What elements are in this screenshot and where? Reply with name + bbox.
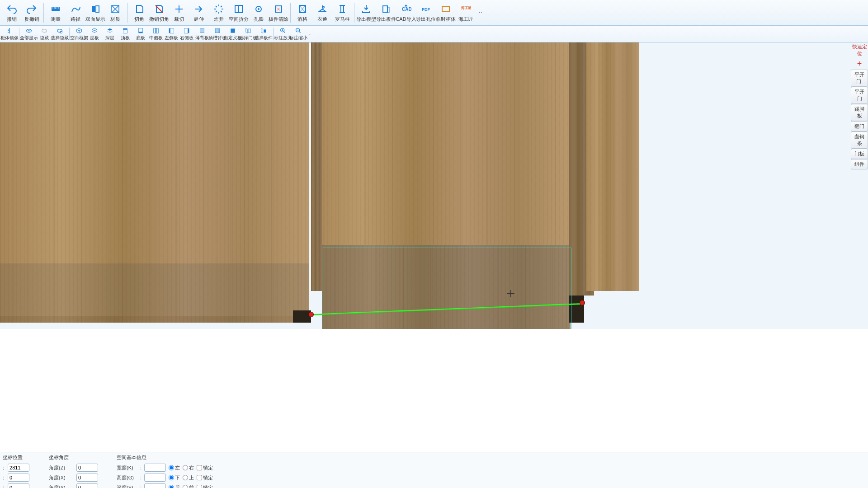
seldoor-button[interactable]: 选择门板 — [241, 26, 256, 42]
eye-icon — [25, 27, 33, 35]
svg-rect-22 — [138, 28, 142, 32]
material-button[interactable]: 材质 — [105, 0, 125, 25]
explode-icon — [213, 3, 225, 15]
side-item-0[interactable]: 平开门- — [851, 70, 868, 87]
zoomin-button[interactable]: 标注放大 — [275, 26, 291, 42]
redo-button[interactable]: 反撤销 — [22, 0, 42, 25]
cut-icon — [173, 3, 185, 15]
svg-rect-33 — [248, 29, 250, 33]
svg-rect-12 — [442, 6, 449, 12]
hide-button[interactable]: 隐藏 — [37, 26, 52, 42]
side-item-2[interactable]: 踢脚板 — [851, 104, 868, 121]
path-button[interactable]: 路径 — [66, 0, 85, 25]
panelconn-button[interactable]: 板件清除 — [269, 0, 288, 25]
thinback-button[interactable]: 薄背板 — [194, 26, 210, 42]
measure-button[interactable]: 测量 — [46, 0, 66, 25]
layer-button[interactable]: 层板 — [87, 26, 102, 42]
chamfer-icon — [133, 3, 145, 15]
zoomout-button[interactable]: 标注缩小 — [291, 26, 306, 42]
slotb-icon — [213, 27, 222, 35]
dualview-button[interactable]: 双面显示 — [85, 0, 105, 25]
wardrobe-button[interactable]: 衣通 — [312, 0, 332, 25]
midside-button[interactable]: 中侧板 — [148, 26, 164, 42]
slotback-button[interactable]: 插槽背板 — [210, 26, 225, 42]
svg-rect-34 — [264, 29, 266, 33]
side-item-6[interactable]: 组件 — [851, 159, 868, 169]
ruler-icon — [50, 3, 61, 15]
svg-text:PDF: PDF — [422, 7, 430, 12]
svg-text:海工匠: 海工匠 — [461, 6, 471, 10]
clear-icon — [273, 3, 284, 15]
cursor-crosshair — [507, 290, 514, 297]
exportmodel-button[interactable]: 导出模型 — [356, 0, 376, 25]
side-item-5[interactable]: 门板 — [851, 149, 868, 159]
svg-point-15 — [28, 30, 30, 32]
undo-button[interactable]: 撤销 — [2, 0, 22, 25]
winecab-button[interactable]: 酒格 — [292, 0, 312, 25]
export-icon — [360, 3, 372, 15]
rside-icon — [183, 27, 191, 35]
custom-icon — [229, 27, 237, 35]
side-item-1[interactable]: 平开门 — [851, 87, 868, 104]
path-icon — [70, 3, 81, 15]
romancol-button[interactable]: 罗马柱 — [332, 0, 352, 25]
undochamfer-button[interactable]: 撤销切角 — [149, 0, 169, 25]
svg-rect-25 — [169, 28, 170, 33]
texture-icon — [109, 3, 121, 15]
exporthole-button[interactable]: PDF导出孔位 — [416, 0, 436, 25]
dlayer-icon — [106, 27, 114, 35]
svg-rect-26 — [170, 28, 174, 33]
hole-button[interactable]: 孔膨 — [249, 0, 269, 25]
custpanel-button[interactable]: 自定义板 — [225, 26, 241, 42]
holeexp-icon: PDF — [420, 3, 432, 15]
unchamfer-icon — [153, 3, 165, 15]
showall-button[interactable]: 全部显示 — [21, 26, 37, 42]
tempcab-icon — [440, 3, 452, 15]
deeplayer-button[interactable]: 深层 — [102, 26, 118, 42]
lside-icon — [167, 27, 175, 35]
svg-rect-28 — [184, 28, 188, 33]
side-item-4[interactable]: 卤钢条 — [851, 131, 868, 149]
zoomout-icon — [294, 27, 302, 35]
svg-rect-20 — [123, 29, 127, 33]
bottompanel-button[interactable]: 底板 — [133, 26, 148, 42]
rightside-button[interactable]: 右侧板 — [179, 26, 194, 42]
exportpanel-button[interactable]: 导出板件 — [376, 0, 396, 25]
extend-button[interactable]: 延伸 — [189, 0, 209, 25]
spacesplit-button[interactable]: 空间拆分 — [229, 0, 249, 25]
extend-icon — [193, 3, 205, 15]
quick-locate-header: 快速定位 — [851, 42, 868, 58]
cadimport-button[interactable]: CADCAD导入 — [396, 0, 416, 25]
side-item-3[interactable]: 翻门 — [851, 121, 868, 131]
svg-rect-29 — [200, 28, 204, 33]
svg-rect-27 — [188, 28, 189, 33]
svg-rect-8 — [341, 5, 344, 13]
wine-icon — [297, 3, 308, 15]
selpart-icon — [259, 27, 268, 35]
haigj-button[interactable]: 海工匠海工匠 — [456, 0, 476, 25]
cabview-button[interactable]: 柜体镜像 — [2, 26, 17, 42]
leftside-button[interactable]: 左侧板 — [164, 26, 179, 42]
split-icon — [233, 3, 245, 15]
cut-button[interactable]: 裁切 — [169, 0, 189, 25]
mirror-icon — [5, 27, 14, 35]
tempcab-button[interactable]: 临时柜体 — [436, 0, 456, 25]
explode-button[interactable]: 炸开 — [209, 0, 229, 25]
selhide-button[interactable]: 选择隐藏 — [52, 26, 67, 42]
viewport-3d[interactable]: 请选择第三个点 — [0, 42, 868, 329]
endpoint-1 — [308, 312, 314, 317]
toppanel-button[interactable]: 顶板 — [118, 26, 133, 42]
redo-icon — [26, 3, 38, 15]
add-icon[interactable]: + — [851, 60, 868, 68]
exportp-icon — [380, 3, 392, 15]
column-icon — [336, 3, 348, 15]
svg-point-17 — [57, 29, 62, 33]
midside-icon — [152, 27, 160, 35]
svg-text:CAD: CAD — [402, 7, 411, 12]
svg-rect-2 — [96, 6, 99, 12]
selpart-button[interactable]: 选择板件 — [256, 26, 271, 42]
svg-rect-21 — [138, 32, 142, 33]
spaceframe-button[interactable]: 空白框架 — [71, 26, 87, 42]
chamfer-button[interactable]: 切角 — [129, 0, 149, 25]
eyeoff-icon — [40, 27, 48, 35]
